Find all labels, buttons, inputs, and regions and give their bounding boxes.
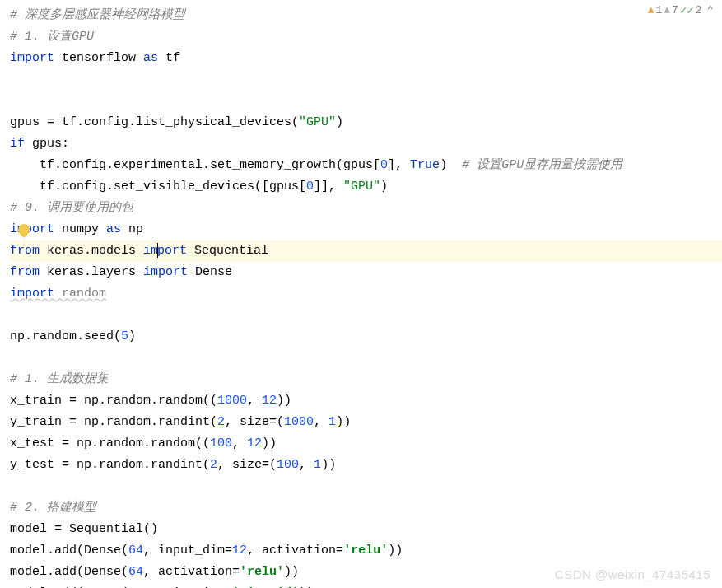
code-line[interactable]: tf.config.experimental.set_memory_growth… (10, 155, 722, 176)
code-token: 12 (247, 436, 262, 450)
code-token: 64 (128, 544, 143, 558)
code-token: "GPU" (343, 180, 380, 194)
code-token: ) (440, 158, 462, 172)
code-token: Dense (188, 265, 232, 279)
code-token: np.random.seed( (10, 329, 121, 343)
code-line[interactable]: # 2. 搭建模型 (10, 497, 722, 519)
code-token: tf.config.experimental.set_memory_growth… (10, 158, 380, 172)
code-line[interactable]: y_test = np.random.randint(2, size=(100,… (10, 455, 722, 476)
code-token: )) (388, 544, 403, 558)
code-line[interactable]: if gpus: (10, 133, 722, 155)
code-token: # 2. 搭建模型 (10, 501, 96, 515)
code-token: y_train = np.random.randint( (10, 415, 217, 429)
code-line[interactable]: from keras.models import Sequential (10, 240, 722, 262)
code-editor[interactable]: # 深度多层感应器神经网络模型# 1. 设置GPUimport tensorfl… (0, 0, 722, 588)
code-token: as (106, 222, 121, 236)
code-token: gpus: (25, 137, 69, 151)
code-line[interactable] (10, 305, 722, 326)
code-token: import (10, 51, 54, 65)
code-line[interactable]: model = Sequential() (10, 519, 722, 540)
code-token: # 深度多层感应器神经网络模型 (10, 8, 185, 22)
code-token: , (232, 436, 247, 450)
code-token: tf.config.set_visible_devices([gpus[ (10, 180, 306, 194)
code-line[interactable] (10, 476, 722, 497)
code-line[interactable]: x_test = np.random.random((100, 12)) (10, 433, 722, 455)
code-token: model.add(Dense( (10, 565, 128, 579)
code-token: )) (284, 565, 299, 579)
code-token: im (143, 244, 158, 258)
code-line[interactable]: y_train = np.random.randint(2, size=(100… (10, 412, 722, 433)
code-token: )) (262, 436, 277, 450)
code-token: import (10, 222, 54, 236)
code-token: 0 (380, 158, 388, 172)
code-line[interactable]: from keras.layers import Dense (10, 262, 722, 283)
code-token: , size=( (225, 415, 284, 429)
code-token: tensorflow (54, 51, 143, 65)
code-token: gpus = tf.config.list_physical_devices( (10, 115, 299, 129)
code-token: 1 (328, 415, 336, 429)
code-line[interactable]: import tensorflow as tf (10, 48, 722, 69)
code-line[interactable] (10, 91, 722, 112)
code-token: from (10, 244, 40, 258)
code-token: keras.models (40, 244, 143, 258)
code-token: if (10, 137, 25, 151)
code-line[interactable] (10, 348, 722, 369)
code-line[interactable]: tf.config.set_visible_devices([gpus[0]],… (10, 176, 722, 198)
code-token: , size=( (217, 458, 277, 472)
code-token: 5 (121, 329, 128, 343)
code-token: Sequential (187, 244, 268, 258)
code-token: random (54, 287, 106, 301)
code-line[interactable]: np.random.seed(5) (10, 326, 722, 348)
code-token: model.add(Dense( (10, 544, 128, 558)
code-line[interactable] (10, 69, 722, 91)
code-line[interactable]: # 0. 调用要使用的包 (10, 198, 722, 219)
code-line[interactable]: x_train = np.random.random((1000, 12)) (10, 390, 722, 412)
code-line[interactable]: model.add(Dense(1, activation='sigmoid')… (10, 583, 722, 588)
code-token: port (157, 244, 187, 258)
code-line[interactable]: gpus = tf.config.list_physical_devices("… (10, 112, 722, 133)
code-token: , (314, 415, 328, 429)
code-line[interactable]: # 1. 生成数据集 (10, 369, 722, 390)
code-token: 'relu' (240, 565, 284, 579)
code-token: # 0. 调用要使用的包 (10, 201, 133, 215)
code-token: , activation= (143, 565, 240, 579)
code-token: ) (336, 115, 343, 129)
code-line[interactable]: # 1. 设置GPU (10, 26, 722, 48)
code-token: ) (380, 180, 388, 194)
code-token: ], (388, 158, 410, 172)
code-line[interactable]: import random (10, 283, 722, 305)
code-token: )) (277, 394, 291, 408)
code-token: 64 (128, 565, 143, 579)
code-token: # 设置GPU显存用量按需使用 (462, 158, 622, 172)
code-token: 'relu' (343, 544, 388, 558)
code-token: 100 (277, 458, 299, 472)
code-token: 12 (232, 544, 247, 558)
code-token: 1000 (284, 415, 314, 429)
code-line[interactable]: model.add(Dense(64, activation='relu')) (10, 562, 722, 583)
code-token: x_test = np.random.random(( (10, 436, 210, 450)
code-token: # 1. 生成数据集 (10, 372, 109, 386)
code-line[interactable]: # 深度多层感应器神经网络模型 (10, 5, 722, 26)
code-token: keras.layers (40, 265, 143, 279)
unused-import: import random (10, 287, 106, 301)
code-token: , activation= (247, 544, 343, 558)
code-token: 1000 (217, 394, 247, 408)
code-token: True (410, 158, 440, 172)
code-token: , (299, 458, 314, 472)
code-token: )) (336, 415, 351, 429)
code-token: # 1. 设置GPU (10, 30, 94, 44)
code-token: , input_dim= (143, 544, 232, 558)
code-line[interactable]: import numpy as np (10, 219, 722, 240)
code-token: 2 (217, 415, 225, 429)
code-token: x_train = np.random.random(( (10, 394, 217, 408)
code-token: 100 (210, 436, 232, 450)
code-token: import (143, 265, 188, 279)
code-token: "GPU" (299, 115, 336, 129)
code-token: import (10, 287, 54, 301)
code-token: 12 (262, 394, 277, 408)
code-token: numpy (54, 222, 106, 236)
code-token: np (121, 222, 143, 236)
code-token: 0 (306, 180, 314, 194)
code-line[interactable]: model.add(Dense(64, input_dim=12, activa… (10, 540, 722, 562)
code-token: from (10, 265, 40, 279)
